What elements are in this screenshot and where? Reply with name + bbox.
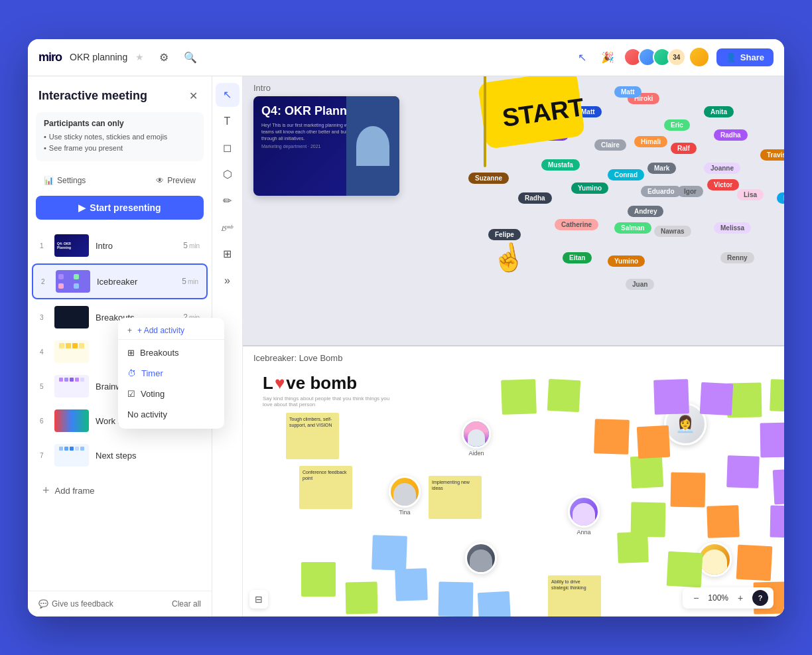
- add-frame-button[interactable]: + Add frame: [32, 477, 208, 504]
- dropdown-add-activity[interactable]: + + Add activity: [118, 322, 224, 340]
- canvas-area: START Intro Q4: OKR Planning Hey! This i…: [243, 76, 784, 617]
- ralf-badge: Ralf: [671, 143, 697, 154]
- avatar-group: 34: [624, 48, 686, 66]
- love-bomb-title: L♥ve bomb Say kind things about people t…: [263, 373, 395, 407]
- dropdown-no-activity[interactable]: No activity: [118, 404, 224, 425]
- anita-badge: Anita: [704, 106, 734, 117]
- matt-badge-1: Matt: [575, 106, 602, 117]
- yumino-badge-2: Yumino: [608, 255, 645, 267]
- canvas-bottom: Icebreaker: Love Bomb L♥ve bomb Say kind…: [243, 346, 784, 617]
- settings-row: 📊 Settings 👁 Preview: [28, 169, 212, 196]
- timer-icon: ⏱: [127, 368, 136, 378]
- frame-item-1[interactable]: 1 Q4: OKR Planning Intro 5 min: [32, 229, 208, 262]
- settings-icon[interactable]: ⚙: [155, 48, 173, 66]
- help-button[interactable]: ?: [752, 590, 768, 606]
- juan-badge: Juan: [626, 279, 654, 290]
- preview-icon: 👁: [156, 176, 164, 185]
- intro-label: Intro: [253, 83, 271, 93]
- zoom-in-button[interactable]: +: [732, 590, 748, 606]
- igor-badge: Igor: [677, 186, 703, 197]
- sticky-green-7: [617, 532, 649, 563]
- content-area: Interactive meeting ✕ Participants can o…: [28, 76, 784, 617]
- mike-avatar: [465, 542, 497, 574]
- shape-tool[interactable]: ◻: [216, 136, 239, 160]
- conrad-badge: Conrad: [608, 169, 644, 181]
- frame-thumb-2: [56, 270, 90, 293]
- play-icon: ▶: [78, 202, 86, 213]
- frame-thumb-7: [54, 444, 89, 467]
- miro-logo: miro: [38, 50, 62, 64]
- participants-title: Participants can only: [44, 119, 196, 128]
- select-tool[interactable]: ↖: [216, 83, 239, 107]
- sticky-green-1: [501, 379, 537, 415]
- grid-icon: ⊞: [127, 348, 135, 358]
- andrey-badge: Andrey: [628, 206, 663, 217]
- text-sticky-2: Implementing new ideas: [429, 476, 482, 519]
- search-icon[interactable]: 🔍: [181, 48, 200, 66]
- frame-number-4: 4: [40, 348, 48, 356]
- pen-tool[interactable]: ✏: [216, 189, 239, 213]
- suzanne-badge: Suzanne: [468, 173, 509, 184]
- frame-item-7[interactable]: 7 Next steps: [32, 439, 208, 472]
- sticky-blue-1: [372, 535, 407, 571]
- felipe-badge: Felipe: [488, 229, 521, 240]
- sticky-orange-4: [707, 505, 740, 538]
- panel-title: Interactive meeting: [38, 89, 147, 103]
- sticky-tool[interactable]: ⬡: [216, 163, 239, 186]
- text-sticky-3: Conference feedback point: [299, 466, 352, 509]
- eitan-badge: Eitan: [563, 252, 592, 263]
- avatar-count[interactable]: 34: [667, 48, 686, 66]
- plus-small-icon: +: [127, 326, 132, 335]
- frame-label-1: Intro: [96, 241, 176, 251]
- cursor-icon[interactable]: ↖: [573, 48, 592, 66]
- frame-number-2: 2: [41, 278, 49, 285]
- participants-item-1: • Use sticky notes, stickies and emojis: [44, 132, 196, 142]
- sticky-green-5: [630, 455, 663, 488]
- frame-tool[interactable]: ⊞: [216, 242, 239, 266]
- samuel-badge: Samuel: [521, 116, 559, 127]
- claire-badge: Claire: [594, 139, 626, 151]
- text-tool[interactable]: T: [216, 109, 239, 133]
- main-window: miro OKR planning ★ ⚙ 🔍 ↖ 🎉 34 👤 Share: [28, 39, 784, 617]
- victor-badge: Victor: [707, 179, 739, 190]
- sticky-orange-2: [637, 425, 670, 458]
- sticky-green-4: [770, 379, 784, 412]
- anna-avatar: Anna: [568, 496, 600, 536]
- topbar: miro OKR planning ★ ⚙ 🔍 ↖ 🎉 34 👤 Share: [28, 39, 784, 76]
- melissa-badge: Melissa: [714, 222, 751, 234]
- dropdown-voting[interactable]: ☑ Voting: [118, 384, 224, 404]
- icebreaker-label: Icebreaker: Love Bomb: [253, 353, 342, 363]
- settings-button[interactable]: 📊 Settings: [38, 173, 91, 188]
- finger-cursor: ☝: [489, 240, 527, 276]
- close-button[interactable]: ✕: [185, 88, 201, 104]
- sticky-green-10: [301, 562, 336, 597]
- preview-button[interactable]: 👁 Preview: [151, 173, 201, 188]
- feedback-row: 💬 Give us feedback Clear all: [28, 591, 212, 617]
- confetti-icon[interactable]: 🎉: [598, 48, 617, 66]
- sticky-orange-5: [736, 544, 773, 581]
- bottom-controls: − 100% + ?: [683, 587, 774, 609]
- zoom-out-button[interactable]: −: [688, 590, 704, 606]
- travis-badge: Travis: [760, 149, 784, 161]
- sticky-blue-2: [395, 568, 428, 601]
- dropdown-breakouts[interactable]: ⊞ Breakouts: [118, 342, 224, 363]
- star-icon[interactable]: ★: [135, 52, 144, 62]
- dropdown-timer[interactable]: ⏱ Timer: [118, 363, 224, 384]
- clear-button[interactable]: Clear all: [172, 599, 201, 609]
- mustafa-badge: Mustafa: [541, 159, 580, 171]
- sticky-blue-4: [478, 591, 511, 616]
- share-button[interactable]: 👤 Share: [716, 48, 774, 66]
- line-tool[interactable]: 𝄹: [216, 216, 239, 240]
- settings-btn-icon: 📊: [44, 176, 54, 185]
- nawras-badge: Nawras: [654, 226, 691, 237]
- more-tools[interactable]: »: [216, 269, 239, 293]
- lisa-badge: Lisa: [737, 189, 764, 200]
- dropdown-menu: + + Add activity ⊞ Breakouts ⏱ Timer ☑ V…: [118, 318, 224, 429]
- feedback-button[interactable]: 💬 Give us feedback: [38, 599, 113, 609]
- board-name[interactable]: OKR planning: [70, 52, 127, 62]
- layout-icon[interactable]: ⊟: [249, 590, 268, 609]
- participants-item-2: • See frame you present: [44, 143, 196, 153]
- frame-item-2[interactable]: 2 Icebreaker 5 min: [32, 263, 208, 299]
- aiden-avatar: Aiden: [462, 419, 491, 457]
- start-presenting-button[interactable]: ▶ Start presenting: [36, 196, 204, 220]
